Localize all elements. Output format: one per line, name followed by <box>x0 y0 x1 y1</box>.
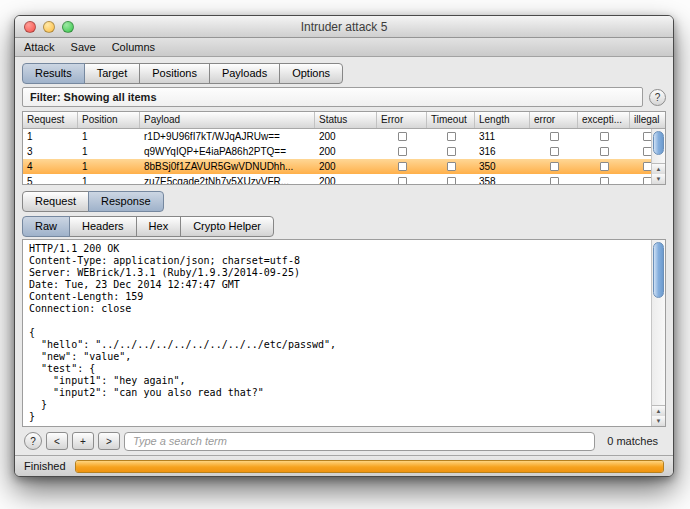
cell-exception <box>578 147 630 156</box>
scroll-down-arrow[interactable]: ▼ <box>652 174 665 184</box>
scroll-up-arrow[interactable]: ▲ <box>652 164 665 174</box>
error2-checkbox[interactable] <box>550 162 559 171</box>
table-row[interactable]: 3 1 q9WYqIQP+E4iaPA86h2PTQ== 200 316 <box>23 144 665 159</box>
error2-checkbox[interactable] <box>550 147 559 156</box>
cell-timeout <box>427 177 475 185</box>
tab-crypto-helper[interactable]: Crypto Helper <box>180 216 274 237</box>
error2-checkbox[interactable] <box>550 132 559 141</box>
tab-positions[interactable]: Positions <box>139 63 210 84</box>
window-title: Intruder attack 5 <box>301 20 388 34</box>
timeout-checkbox[interactable] <box>447 132 456 141</box>
cell-timeout <box>427 147 475 156</box>
search-add-button[interactable]: + <box>72 432 94 450</box>
column-header-length[interactable]: Length <box>475 112 530 128</box>
cell-length: 350 <box>475 161 530 172</box>
search-input[interactable] <box>124 432 595 451</box>
exception-checkbox[interactable] <box>600 162 609 171</box>
cell-timeout <box>427 132 475 141</box>
tab-request[interactable]: Request <box>22 191 89 212</box>
cell-error2 <box>530 177 578 185</box>
cell-request: 3 <box>23 146 78 157</box>
cell-length: 358 <box>475 176 530 185</box>
exception-checkbox[interactable] <box>600 132 609 141</box>
search-prev-button[interactable]: < <box>46 432 68 450</box>
cell-error2 <box>530 147 578 156</box>
minimize-button[interactable] <box>43 21 55 33</box>
status-label: Finished <box>24 460 66 472</box>
cell-payload: zu7E5cqade2tNh7v5XUzvVFR... <box>140 176 315 185</box>
menubar: Attack Save Columns <box>15 38 673 57</box>
filter-bar[interactable]: Filter: Showing all items <box>22 87 643 107</box>
cell-timeout <box>427 162 475 171</box>
tab-raw[interactable]: Raw <box>22 216 70 237</box>
cell-payload: q9WYqIQP+E4iaPA86h2PTQ== <box>140 146 315 157</box>
tab-payloads[interactable]: Payloads <box>209 63 280 84</box>
error-checkbox[interactable] <box>398 162 407 171</box>
cell-position: 1 <box>78 146 140 157</box>
tab-hex[interactable]: Hex <box>136 216 182 237</box>
editor-scrollbar-thumb[interactable] <box>653 242 664 298</box>
close-button[interactable] <box>24 21 36 33</box>
filter-label: Filter: Showing all items <box>30 91 157 103</box>
scroll-down-arrow[interactable]: ▼ <box>652 416 665 426</box>
error2-checkbox[interactable] <box>550 177 559 185</box>
attack-progress-bar <box>75 460 664 473</box>
cell-error2 <box>530 132 578 141</box>
cell-error <box>377 177 427 185</box>
cell-error <box>377 132 427 141</box>
cell-exception <box>578 132 630 141</box>
exception-checkbox[interactable] <box>600 147 609 156</box>
column-header-payload[interactable]: Payload <box>140 112 315 128</box>
error-checkbox[interactable] <box>398 177 407 185</box>
response-editor[interactable]: HTTP/1.1 200 OK Content-Type: applicatio… <box>22 239 666 427</box>
zoom-button[interactable] <box>62 21 74 33</box>
tab-target[interactable]: Target <box>84 63 141 84</box>
table-row-selected[interactable]: 4 1 8bBSj0f1ZAVUR5GwVDNUDhh... 200 350 <box>23 159 665 174</box>
tab-headers[interactable]: Headers <box>69 216 137 237</box>
menu-attack[interactable]: Attack <box>24 41 55 53</box>
message-viewer: Request Response Raw Headers Hex Crypto … <box>15 191 673 455</box>
scroll-up-arrow[interactable]: ▲ <box>652 406 665 416</box>
exception-checkbox[interactable] <box>600 177 609 185</box>
search-help-button[interactable]: ? <box>24 432 42 450</box>
column-header-status[interactable]: Status <box>315 112 377 128</box>
timeout-checkbox[interactable] <box>447 177 456 185</box>
table-header: Request Position Payload Status Error Ti… <box>23 112 665 129</box>
cell-length: 316 <box>475 146 530 157</box>
column-header-request[interactable]: Request <box>23 112 78 128</box>
search-next-button[interactable]: > <box>98 432 120 450</box>
filter-row: Filter: Showing all items ? <box>15 84 673 111</box>
tab-response[interactable]: Response <box>88 191 164 212</box>
cell-status: 200 <box>315 161 377 172</box>
column-header-error2[interactable]: error <box>530 112 578 128</box>
view-tab-bar: Raw Headers Hex Crypto Helper <box>22 216 666 239</box>
cell-length: 311 <box>475 131 530 142</box>
cell-payload: 8bBSj0f1ZAVUR5GwVDNUDhh... <box>140 161 315 172</box>
cell-position: 1 <box>78 176 140 185</box>
table-scrollbar-thumb[interactable] <box>653 131 664 155</box>
timeout-checkbox[interactable] <box>447 162 456 171</box>
column-header-exception[interactable]: excepti... <box>578 112 630 128</box>
menu-save[interactable]: Save <box>71 41 96 53</box>
titlebar[interactable]: Intruder attack 5 <box>15 16 673 38</box>
cell-status: 200 <box>315 131 377 142</box>
editor-scrollbar[interactable]: ▲ ▼ <box>651 240 665 426</box>
filter-help-button[interactable]: ? <box>649 89 666 106</box>
column-header-illegal[interactable]: illegal <box>630 112 665 128</box>
intruder-attack-window: Intruder attack 5 Attack Save Columns Re… <box>14 15 674 477</box>
tab-options[interactable]: Options <box>279 63 343 84</box>
error-checkbox[interactable] <box>398 147 407 156</box>
cell-exception <box>578 177 630 185</box>
tab-results[interactable]: Results <box>22 63 85 84</box>
column-header-position[interactable]: Position <box>78 112 140 128</box>
menu-columns[interactable]: Columns <box>112 41 155 53</box>
table-row[interactable]: 1 1 r1D+9U96fI7kT/WJqAJRUw== 200 311 <box>23 129 665 144</box>
column-header-timeout[interactable]: Timeout <box>427 112 475 128</box>
timeout-checkbox[interactable] <box>447 147 456 156</box>
table-scrollbar[interactable]: ▲ ▼ <box>651 129 665 184</box>
error-checkbox[interactable] <box>398 132 407 141</box>
cell-status: 200 <box>315 146 377 157</box>
table-row[interactable]: 5 1 zu7E5cqade2tNh7v5XUzvVFR... 200 358 <box>23 174 665 185</box>
column-header-error[interactable]: Error <box>377 112 427 128</box>
cell-request: 5 <box>23 176 78 185</box>
